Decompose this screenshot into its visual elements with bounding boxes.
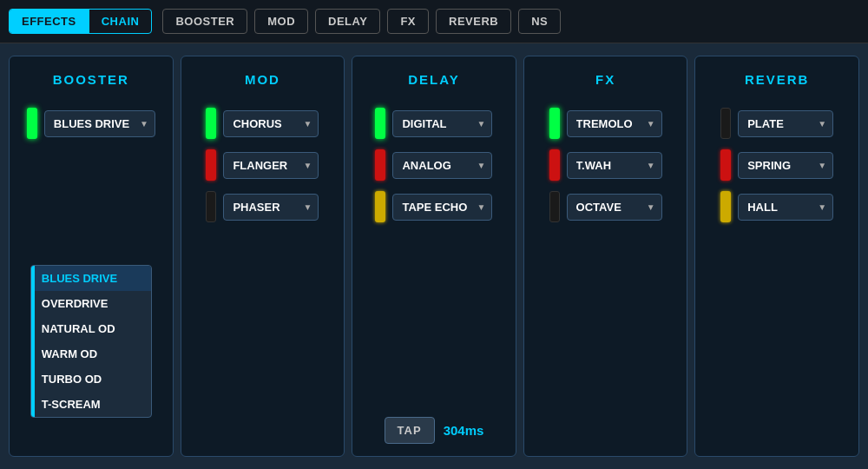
mod-led-2[interactable] (206, 149, 216, 181)
fx-select-wrapper-1: TREMOLO T.WAH OCTAVE (567, 110, 662, 137)
reverb-select-wrapper-3: HALL PLATE SPRING (738, 194, 833, 221)
delay-select-wrapper-3: TAPE ECHO DIGITAL ANALOG (392, 194, 492, 221)
mod-select-wrapper-3: PHASER CHORUS FLANGER (223, 194, 319, 221)
mod-led-1[interactable] (206, 108, 216, 139)
fx-led-3[interactable] (549, 191, 560, 222)
booster-dropdown: BLUES DRIVE OVERDRIVE NATURAL OD WARM OD… (30, 265, 152, 418)
reverb-select-wrapper-2: SPRING PLATE HALL (738, 152, 833, 179)
fx-panel: FX TREMOLO T.WAH OCTAVE T.WAH TREMOLO OC… (523, 56, 688, 457)
reverb-led-3[interactable] (720, 191, 731, 222)
reverb-select-1[interactable]: PLATE SPRING HALL (738, 110, 833, 137)
delay-select-wrapper-2: ANALOG DIGITAL TAPE ECHO (392, 152, 492, 179)
fx-led-2[interactable] (549, 149, 560, 181)
dropdown-item-t-scream[interactable]: T-SCREAM (31, 392, 151, 417)
fx-select-3[interactable]: OCTAVE TREMOLO T.WAH (567, 194, 662, 221)
ns-nav-button[interactable]: NS (518, 9, 561, 34)
reverb-row-1: PLATE SPRING HALL (706, 108, 848, 139)
delay-panel: DELAY DIGITAL ANALOG TAPE ECHO ANALOG DI… (352, 56, 516, 457)
mod-nav-button[interactable]: MOD (254, 9, 308, 34)
delay-led-3[interactable] (375, 191, 385, 222)
dropdown-item-natural-od[interactable]: NATURAL OD (31, 316, 151, 341)
tap-time: 304ms (444, 423, 484, 438)
reverb-select-wrapper-1: PLATE SPRING HALL (738, 110, 833, 137)
dropdown-item-warm-od[interactable]: WARM OD (31, 341, 151, 367)
delay-select-2[interactable]: ANALOG DIGITAL TAPE ECHO (392, 152, 492, 179)
fx-led-1[interactable] (549, 108, 560, 139)
reverb-row-3: HALL PLATE SPRING (706, 191, 848, 222)
reverb-select-2[interactable]: SPRING PLATE HALL (738, 152, 833, 179)
delay-select-3[interactable]: TAPE ECHO DIGITAL ANALOG (392, 194, 492, 221)
dropdown-item-blues-drive[interactable]: BLUES DRIVE (31, 266, 151, 291)
chain-button[interactable]: CHAIN (89, 10, 152, 33)
reverb-select-3[interactable]: HALL PLATE SPRING (738, 194, 833, 221)
mod-select-1[interactable]: CHORUS FLANGER PHASER (223, 110, 319, 137)
mod-select-3[interactable]: PHASER CHORUS FLANGER (223, 194, 319, 221)
dropdown-item-overdrive[interactable]: OVERDRIVE (31, 291, 151, 316)
booster-select-1[interactable]: BLUES DRIVE OVERDRIVE NATURAL OD WARM OD… (44, 110, 155, 137)
reverb-led-1[interactable] (720, 108, 731, 139)
mod-panel: MOD CHORUS FLANGER PHASER FLANGER CHORUS… (181, 56, 345, 457)
reverb-led-2[interactable] (720, 149, 731, 181)
mod-led-3[interactable] (206, 191, 216, 222)
booster-select-wrapper-1: BLUES DRIVE OVERDRIVE NATURAL OD WARM OD… (44, 110, 155, 137)
fx-row-2: T.WAH TREMOLO OCTAVE (535, 149, 677, 181)
fx-select-wrapper-2: T.WAH TREMOLO OCTAVE (567, 152, 662, 179)
fx-row-3: OCTAVE TREMOLO T.WAH (535, 191, 677, 222)
delay-row-1: DIGITAL ANALOG TAPE ECHO (363, 108, 505, 139)
mod-row-2: FLANGER CHORUS PHASER (192, 149, 334, 181)
delay-row-2: ANALOG DIGITAL TAPE ECHO (363, 149, 505, 181)
effects-chain-group: efFects CHAIN (9, 9, 152, 34)
mod-row-1: CHORUS FLANGER PHASER (192, 108, 334, 139)
mod-select-2[interactable]: FLANGER CHORUS PHASER (223, 152, 319, 179)
delay-led-2[interactable] (375, 149, 385, 181)
booster-nav-button[interactable]: BOOSTER (162, 9, 247, 34)
reverb-row-2: SPRING PLATE HALL (706, 149, 848, 181)
booster-title: BOOSTER (53, 72, 129, 87)
fx-nav-button[interactable]: FX (387, 9, 429, 34)
fx-select-2[interactable]: T.WAH TREMOLO OCTAVE (567, 152, 662, 179)
fx-row-1: TREMOLO T.WAH OCTAVE (535, 108, 677, 139)
top-navigation: efFects CHAIN BOOSTER MOD DELAY FX REVER… (0, 0, 868, 43)
delay-title: DELAY (408, 72, 459, 87)
reverb-panel: REVERB PLATE SPRING HALL SPRING PLATE HA… (694, 56, 859, 457)
dropdown-item-turbo-od[interactable]: TURBO OD (31, 367, 151, 392)
mod-select-wrapper-1: CHORUS FLANGER PHASER (223, 110, 319, 137)
main-content: BOOSTER BLUES DRIVE OVERDRIVE NATURAL OD… (0, 43, 868, 469)
booster-row-1: BLUES DRIVE OVERDRIVE NATURAL OD WARM OD… (20, 108, 162, 139)
delay-row-3: TAPE ECHO DIGITAL ANALOG (363, 191, 505, 222)
fx-select-wrapper-3: OCTAVE TREMOLO T.WAH (567, 194, 662, 221)
fx-title: FX (595, 72, 615, 87)
booster-panel: BOOSTER BLUES DRIVE OVERDRIVE NATURAL OD… (9, 56, 174, 457)
booster-led-1[interactable] (27, 108, 37, 139)
delay-select-1[interactable]: DIGITAL ANALOG TAPE ECHO (392, 110, 492, 137)
reverb-nav-button[interactable]: REVERB (436, 9, 511, 34)
mod-select-wrapper-2: FLANGER CHORUS PHASER (223, 152, 319, 179)
delay-led-1[interactable] (375, 108, 385, 139)
mod-row-3: PHASER CHORUS FLANGER (192, 191, 334, 222)
mod-title: MOD (245, 72, 280, 87)
effects-button[interactable]: efFects (10, 10, 89, 33)
reverb-title: REVERB (745, 72, 810, 87)
tap-section: TAP 304ms (385, 417, 484, 444)
fx-select-1[interactable]: TREMOLO T.WAH OCTAVE (567, 110, 662, 137)
tap-button[interactable]: TAP (385, 417, 435, 444)
delay-nav-button[interactable]: DELAY (315, 9, 380, 34)
delay-select-wrapper-1: DIGITAL ANALOG TAPE ECHO (392, 110, 492, 137)
